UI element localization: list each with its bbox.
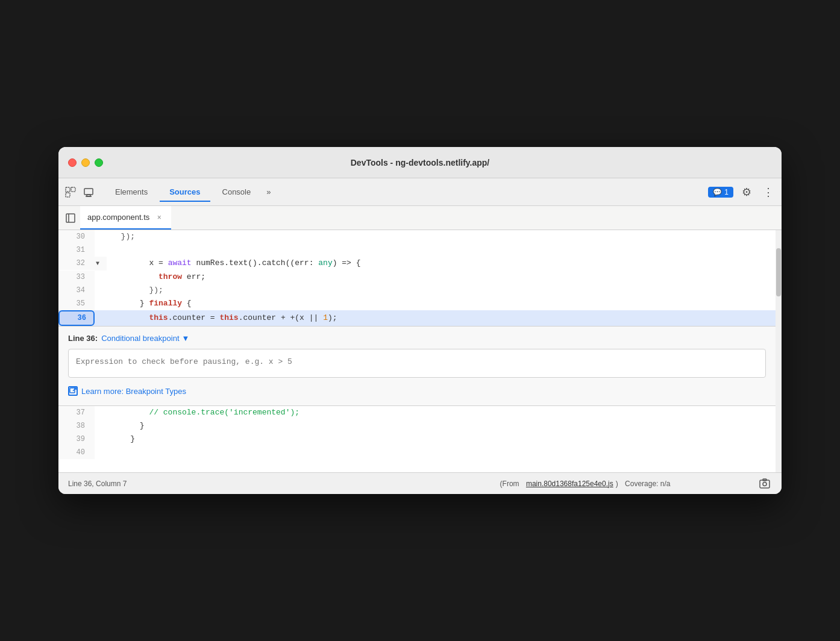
code-line-30: 30 });	[58, 230, 776, 243]
line-number-31: 31	[58, 243, 95, 257]
sidebar-toggle-button[interactable]	[61, 206, 80, 230]
bp-expression-input[interactable]	[76, 357, 758, 366]
code-content-36: this.counter = this.counter + +(x || 1);	[107, 311, 776, 325]
svg-rect-0	[66, 187, 70, 192]
close-button[interactable]	[68, 158, 77, 167]
status-close-paren: )	[616, 480, 618, 488]
code-content-34: });	[107, 284, 776, 297]
code-line-38: 38 }	[58, 419, 776, 433]
message-badge[interactable]: 💬 1	[708, 187, 733, 198]
code-content-38: }	[107, 419, 776, 433]
more-tabs-button[interactable]: »	[263, 185, 274, 199]
status-from: (From	[500, 480, 519, 488]
bp-header: Line 36: Conditional breakpoint ▼	[68, 334, 766, 343]
line-number-35: 35	[58, 297, 95, 310]
editor-scrollbar-area: 30 }); 31 32 ▼ x = awa	[58, 230, 782, 472]
code-line-36-breakpoint: 36 this.counter = this.counter + +(x || …	[58, 310, 776, 326]
inspect-icon[interactable]	[63, 185, 78, 199]
file-tab-name: app.component.ts	[87, 213, 149, 222]
code-content-40	[107, 446, 776, 459]
devtools-icons	[63, 185, 96, 199]
bp-type-selector[interactable]: Conditional breakpoint ▼	[101, 334, 189, 343]
more-options-button[interactable]: ⋮	[760, 184, 777, 201]
svg-point-11	[763, 482, 766, 486]
title-bar: DevTools - ng-devtools.netlify.app/	[58, 147, 782, 178]
file-tab-bar: app.component.ts ×	[58, 206, 782, 230]
status-bar: Line 36, Column 7 (From main.80d1368fa12…	[58, 472, 782, 494]
code-line-31: 31	[58, 243, 776, 257]
scrollbar-thumb[interactable]	[776, 248, 781, 296]
line-number-37: 37	[58, 406, 95, 419]
code-line-33: 33 throw err;	[58, 270, 776, 284]
status-coverage: Coverage: n/a	[625, 480, 670, 488]
code-line-40: 40	[58, 446, 776, 472]
file-tab-app-component[interactable]: app.component.ts ×	[80, 206, 171, 230]
tab-bar-right: 💬 1 ⚙ ⋮	[708, 184, 777, 201]
scrollbar-track[interactable]	[776, 230, 782, 472]
line-gutter-32: ▼	[95, 257, 107, 270]
bp-learn-more-link[interactable]: Learn more: Breakpoint Types	[68, 386, 766, 396]
svg-rect-2	[66, 193, 70, 197]
code-line-39: 39 }	[58, 433, 776, 446]
code-content-39: }	[107, 433, 776, 446]
tab-sources[interactable]: Sources	[160, 183, 210, 201]
window-title: DevTools - ng-devtools.netlify.app/	[68, 158, 772, 167]
svg-rect-10	[760, 480, 769, 488]
tab-elements[interactable]: Elements	[105, 183, 157, 201]
code-content-30: });	[107, 230, 776, 243]
code-area-after: 37 // console.trace('incremented'); 38 }…	[58, 406, 776, 472]
line-number-39: 39	[58, 433, 95, 446]
line-number-38: 38	[58, 419, 95, 433]
svg-rect-3	[84, 189, 93, 195]
code-content-31	[107, 243, 776, 257]
line-number-30: 30	[58, 230, 95, 243]
file-tab-close-button[interactable]: ×	[154, 213, 164, 222]
status-source-link[interactable]: main.80d1368fa125e4e0.js	[526, 480, 613, 488]
maximize-button[interactable]	[95, 158, 103, 167]
code-line-32: 32 ▼ x = await numRes.text().catch((err:…	[58, 257, 776, 270]
line-number-33: 33	[58, 270, 95, 284]
traffic-lights	[68, 158, 103, 167]
bp-expression-area[interactable]	[68, 349, 766, 378]
line-number-40: 40	[58, 446, 95, 459]
line-number-34: 34	[58, 284, 95, 297]
code-line-35: 35 } finally {	[58, 297, 776, 310]
svg-rect-6	[66, 214, 75, 222]
settings-button[interactable]: ⚙	[738, 184, 755, 201]
svg-rect-1	[71, 187, 75, 192]
bp-type-label: Conditional breakpoint	[101, 334, 179, 343]
code-content-37: // console.trace('incremented');	[107, 406, 776, 419]
code-content-35: } finally {	[107, 297, 776, 310]
line-number-32: 32	[58, 257, 95, 270]
status-right	[757, 477, 772, 491]
code-editor: 30 }); 31 32 ▼ x = awa	[58, 230, 776, 472]
bp-line-label: Line 36:	[68, 334, 98, 343]
devtools-tab-bar: Elements Sources Console » 💬 1 ⚙ ⋮	[58, 178, 782, 206]
breakpoint-panel: Line 36: Conditional breakpoint ▼	[58, 326, 776, 406]
external-link-icon	[68, 386, 78, 396]
bp-learn-more-text: Learn more: Breakpoint Types	[81, 387, 186, 396]
bp-type-arrow: ▼	[182, 334, 190, 343]
message-icon: 💬	[713, 188, 722, 196]
code-content-32: x = await numRes.text().catch((err: any)…	[107, 257, 776, 270]
devtools-window: DevTools - ng-devtools.netlify.app/ Ele	[58, 147, 782, 494]
line-number-36: 36	[58, 310, 95, 326]
status-position: Line 36, Column 7	[68, 480, 413, 488]
code-area: 30 }); 31 32 ▼ x = awa	[58, 230, 776, 326]
device-toolbar-icon[interactable]	[81, 185, 96, 199]
status-source: (From main.80d1368fa125e4e0.js ) Coverag…	[413, 480, 757, 488]
screenshot-button[interactable]	[757, 477, 772, 491]
code-line-37: 37 // console.trace('incremented');	[58, 406, 776, 419]
minimize-button[interactable]	[81, 158, 90, 167]
code-content-33: throw err;	[107, 270, 776, 284]
code-with-scrollbar: 30 }); 31 32 ▼ x = awa	[58, 230, 776, 472]
code-line-34: 34 });	[58, 284, 776, 297]
tab-console[interactable]: Console	[213, 183, 261, 201]
